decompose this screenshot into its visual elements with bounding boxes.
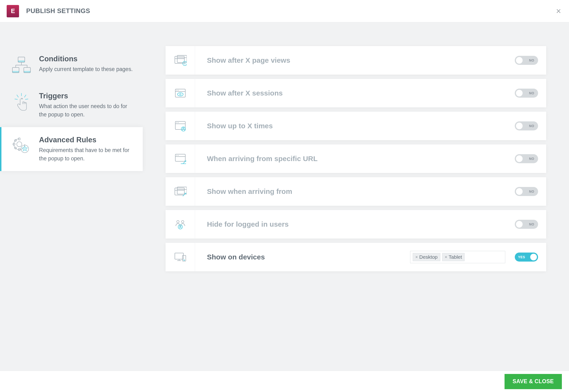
svg-point-49: [177, 221, 179, 223]
toggle-devices[interactable]: YES: [515, 252, 538, 262]
sidebar-item-label: Triggers: [39, 92, 135, 100]
arriving-from-icon: [165, 177, 195, 206]
sidebar-item-conditions[interactable]: Conditions Apply current template to the…: [0, 46, 143, 83]
svg-line-14: [25, 99, 28, 99]
rule-label: Show on devices: [195, 253, 410, 261]
tag-label: Tablet: [449, 254, 462, 260]
rule-row-arriving-from: Show when arriving from NO: [165, 177, 546, 206]
sidebar-item-advanced-rules[interactable]: Advanced Rules Requirements that have to…: [0, 127, 143, 171]
header-bar: E PUBLISH SETTINGS ×: [0, 0, 569, 22]
rule-row-devices: Show on devices × Desktop × Tablet YES: [165, 243, 546, 271]
sidebar-item-desc: Requirements that have to be met for the…: [39, 146, 135, 163]
svg-point-42: [176, 155, 177, 156]
hide-logged-in-icon: [165, 210, 195, 238]
toggle-arriving-from[interactable]: NO: [515, 187, 538, 196]
up-to-times-icon: [165, 112, 195, 140]
svg-point-39: [183, 127, 184, 129]
rule-row-page-views: 3 Show after X page views NO: [165, 46, 546, 75]
svg-point-58: [184, 260, 184, 261]
remove-tag-icon[interactable]: ×: [445, 255, 448, 260]
toggle-up-to-times[interactable]: NO: [515, 121, 538, 130]
remove-tag-icon[interactable]: ×: [415, 255, 418, 260]
rule-row-sessions: Show after X sessions NO: [165, 79, 546, 107]
sessions-icon: [165, 79, 195, 107]
triggers-icon: [10, 92, 33, 112]
svg-point-33: [179, 94, 181, 95]
toggle-hide-logged-in[interactable]: NO: [515, 220, 538, 229]
toggle-label-off: NO: [529, 58, 534, 62]
toggle-label-on: YES: [518, 255, 525, 259]
svg-point-37: [178, 122, 179, 123]
specific-url-icon: [165, 144, 195, 173]
toggle-sessions[interactable]: NO: [515, 89, 538, 98]
svg-rect-1: [18, 61, 24, 62]
svg-line-12: [24, 95, 26, 98]
toggle-label-off: NO: [529, 190, 534, 193]
toggle-page-views[interactable]: NO: [515, 56, 538, 65]
svg-rect-3: [13, 71, 18, 72]
rule-label: Show after X page views: [195, 56, 510, 64]
footer-bar: SAVE & CLOSE: [0, 371, 569, 392]
rule-label: Show when arriving from: [195, 187, 510, 196]
sidebar-item-label: Advanced Rules: [39, 136, 135, 144]
toggle-label-off: NO: [529, 91, 534, 95]
device-tag: × Desktop: [413, 253, 440, 261]
device-tag: × Tablet: [442, 253, 465, 261]
rule-label: Hide for logged in users: [195, 220, 510, 228]
sidebar-item-desc: Apply current template to these pages.: [39, 65, 135, 73]
svg-rect-5: [24, 71, 30, 72]
svg-rect-54: [175, 253, 183, 259]
sidebar: Conditions Apply current template to the…: [0, 22, 143, 371]
svg-point-36: [176, 122, 177, 123]
svg-line-11: [17, 95, 18, 98]
devices-icon: [165, 243, 195, 271]
toggle-label-off: NO: [529, 124, 534, 128]
save-close-button[interactable]: SAVE & CLOSE: [505, 374, 562, 389]
main-content: 3 Show after X page views NO: [143, 22, 569, 371]
sidebar-item-label: Conditions: [39, 55, 135, 63]
close-icon[interactable]: ×: [555, 7, 562, 15]
conditions-icon: [10, 55, 33, 75]
toggle-label-off: NO: [529, 157, 534, 161]
sidebar-item-desc: What action the user needs to do for the…: [39, 102, 135, 119]
rule-row-up-to-times: Show up to X times NO: [165, 112, 546, 140]
rule-row-hide-logged-in: Hide for logged in users NO: [165, 210, 546, 238]
app-logo: E: [7, 5, 19, 17]
page-views-icon: 3: [165, 46, 195, 75]
rule-row-specific-url: When arriving from specific URL NO: [165, 144, 546, 173]
svg-point-43: [178, 155, 179, 156]
rule-label: When arriving from specific URL: [195, 155, 510, 163]
advanced-rules-icon: [10, 136, 33, 156]
devices-tag-input[interactable]: × Desktop × Tablet: [410, 251, 505, 263]
svg-text:3: 3: [184, 62, 185, 65]
svg-point-15: [17, 141, 22, 147]
sidebar-item-triggers[interactable]: Triggers What action the user needs to d…: [0, 83, 143, 127]
svg-point-31: [178, 90, 179, 91]
toggle-label-off: NO: [529, 222, 534, 226]
svg-line-13: [15, 99, 18, 99]
svg-point-50: [181, 221, 184, 223]
page-title: PUBLISH SETTINGS: [26, 7, 90, 15]
rule-label: Show up to X times: [195, 122, 510, 130]
tag-label: Desktop: [419, 254, 438, 260]
svg-point-30: [176, 90, 177, 91]
rule-label: Show after X sessions: [195, 89, 510, 97]
toggle-specific-url[interactable]: NO: [515, 154, 538, 163]
